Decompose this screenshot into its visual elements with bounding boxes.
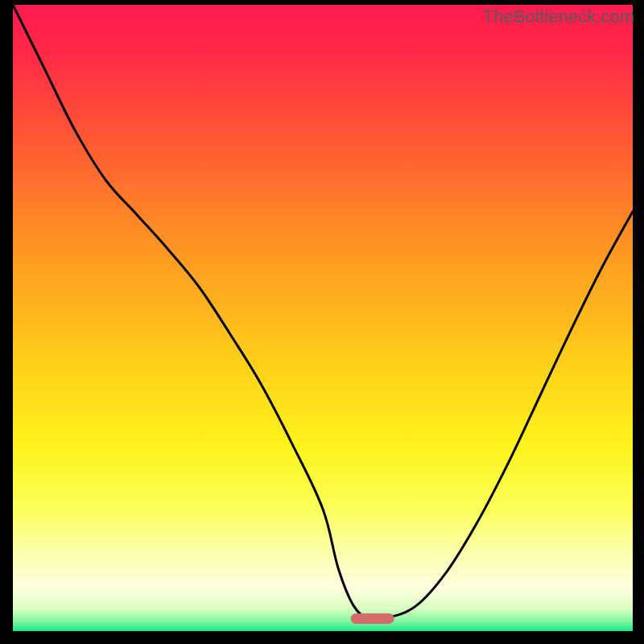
plot-background: [13, 5, 633, 631]
chart-container: TheBottleneck.com: [0, 0, 644, 644]
bottleneck-chart: [0, 0, 644, 644]
optimal-marker: [351, 613, 394, 624]
watermark-text: TheBottleneck.com: [483, 6, 634, 27]
